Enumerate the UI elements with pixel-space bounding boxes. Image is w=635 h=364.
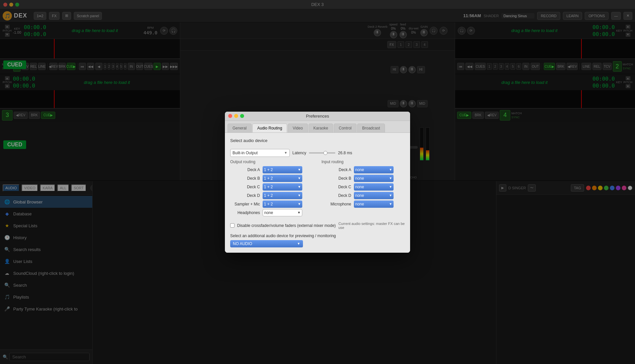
modal-titlebar: Preferences — [225, 112, 410, 121]
input-deck-a-label: Deck A — [321, 167, 351, 172]
input-deck-b-row: Deck B none ▼ — [321, 175, 405, 182]
preview-device-select[interactable]: NO AUDIO ▼ — [230, 240, 303, 247]
input-deck-c-select[interactable]: none ▼ — [354, 183, 394, 191]
output-routing-label: Output routing — [230, 160, 314, 164]
tab-general[interactable]: General — [228, 124, 252, 132]
output-deck-b-row: Deck B 1 + 2 ▼ — [230, 175, 314, 182]
audio-device-select[interactable]: Built-in Output ▼ — [230, 149, 290, 157]
preview-label: Select an additional audio device for pr… — [230, 234, 405, 238]
latency-thumb[interactable] — [323, 151, 327, 155]
output-headphones-row: Headphones none ▼ — [230, 209, 314, 216]
output-routing-col: Output routing Deck A 1 + 2 ▼ Deck B 1 +… — [230, 160, 314, 218]
disable-crossfader-checkbox[interactable] — [230, 223, 234, 228]
input-routing-col: Input routing Deck A none ▼ Deck B none … — [321, 160, 405, 218]
input-deck-a-row: Deck A none ▼ — [321, 166, 405, 173]
device-select-row: Select audio device — [230, 138, 405, 146]
output-deck-c-label: Deck C — [230, 185, 260, 189]
modal-body: Select audio device Built-in Output ▼ La… — [225, 133, 410, 253]
input-deck-b-select[interactable]: none ▼ — [354, 175, 394, 182]
disable-crossfader-label: Disable crossfader/volume faders (extern… — [237, 223, 336, 228]
modal-window-controls[interactable] — [228, 114, 244, 118]
output-sampler-label: Sampler + Mic — [230, 202, 260, 206]
tab-karaoke[interactable]: Karaoke — [309, 124, 333, 132]
input-deck-d-row: Deck D none ▼ — [321, 192, 405, 199]
input-deck-b-label: Deck B — [321, 176, 351, 181]
input-mic-select[interactable]: none ▼ — [354, 200, 394, 208]
output-deck-c-row: Deck C 1 + 2 ▼ — [230, 183, 314, 191]
input-deck-d-label: Deck D — [321, 193, 351, 198]
output-deck-d-select[interactable]: 1 + 2 ▼ — [263, 192, 302, 199]
input-deck-c-label: Deck C — [321, 185, 351, 189]
output-deck-a-label: Deck A — [230, 167, 260, 172]
tab-video[interactable]: Video — [288, 124, 308, 132]
preview-section: Select an additional audio device for pr… — [230, 234, 405, 247]
input-mic-label: Microphone — [321, 202, 351, 206]
preferences-modal: Preferences General Audio Routing Video … — [225, 112, 410, 253]
output-deck-a-row: Deck A 1 + 2 ▼ — [230, 166, 314, 173]
input-deck-a-select[interactable]: none ▼ — [354, 166, 394, 173]
tab-broadcast[interactable]: Broadcast — [357, 124, 385, 132]
output-deck-c-select[interactable]: 1 + 2 ▼ — [263, 183, 302, 191]
tab-control[interactable]: Control — [334, 124, 357, 132]
input-routing-label: Input routing — [321, 160, 405, 164]
latency-slider[interactable] — [309, 152, 335, 154]
output-headphones-label: Headphones — [230, 210, 260, 215]
disable-crossfader-row: Disable crossfader/volume faders (extern… — [230, 222, 405, 230]
output-deck-d-label: Deck D — [230, 193, 260, 198]
output-deck-b-select[interactable]: 1 + 2 ▼ — [263, 175, 302, 182]
device-select-arrow: ▼ — [284, 151, 287, 155]
device-label: Select audio device — [230, 138, 268, 143]
output-deck-a-select[interactable]: 1 + 2 ▼ — [263, 166, 302, 173]
latency-label: Latency — [292, 151, 306, 155]
current-audio-note: Current audio settings: master FX can be… — [338, 222, 405, 230]
output-deck-d-row: Deck D 1 + 2 ▼ — [230, 192, 314, 199]
input-deck-c-row: Deck C none ▼ — [321, 183, 405, 191]
output-deck-b-label: Deck B — [230, 176, 260, 181]
tab-audio-routing[interactable]: Audio Routing — [252, 124, 287, 132]
routing-grid: Output routing Deck A 1 + 2 ▼ Deck B 1 +… — [230, 160, 405, 218]
modal-close-btn[interactable] — [228, 114, 232, 118]
input-deck-d-select[interactable]: none ▼ — [354, 192, 394, 199]
modal-max-btn[interactable] — [240, 114, 244, 118]
output-headphones-select[interactable]: none ▼ — [263, 209, 302, 216]
output-sampler-row: Sampler + Mic 1 + 2 ▼ — [230, 200, 314, 208]
modal-tabs: General Audio Routing Video Karaoke Cont… — [225, 121, 410, 133]
modal-min-btn[interactable] — [234, 114, 238, 118]
device-row: Built-in Output ▼ Latency 26.8 ms — [230, 149, 405, 157]
output-sampler-select[interactable]: 1 + 2 ▼ — [263, 200, 302, 208]
latency-area: Latency 26.8 ms — [292, 151, 405, 155]
modal-title: Preferences — [306, 114, 329, 119]
latency-value: 26.8 ms — [338, 151, 352, 155]
input-mic-row: Microphone none ▼ — [321, 200, 405, 208]
modal-overlay: Preferences General Audio Routing Video … — [0, 0, 635, 364]
